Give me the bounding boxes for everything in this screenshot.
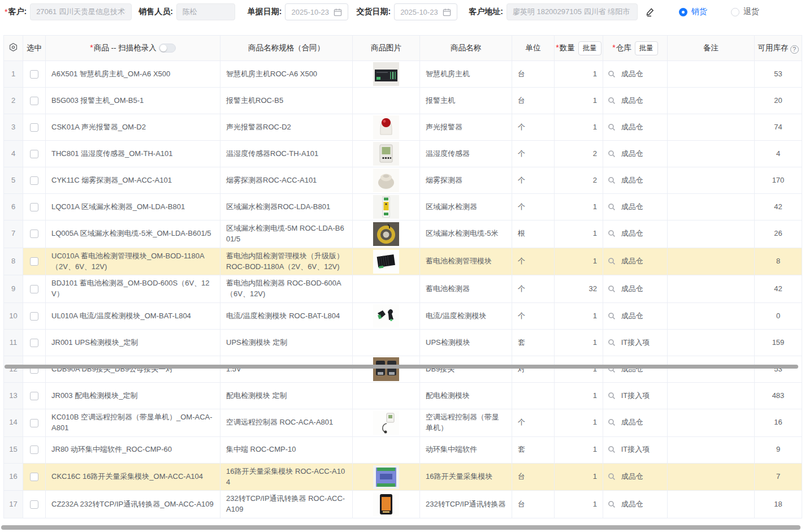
product-cell[interactable]: CSK01A 声光报警器_OM-D2 xyxy=(46,114,220,141)
search-icon[interactable] xyxy=(608,338,618,347)
row-checkbox[interactable] xyxy=(30,473,38,481)
spec-cell[interactable]: 空调远程控制器 ROC-ACA-A801 xyxy=(220,409,353,437)
quantity-cell[interactable]: 32 xyxy=(555,275,603,303)
search-icon[interactable] xyxy=(608,96,618,105)
product-image-module-black[interactable] xyxy=(373,250,399,274)
warehouse-cell[interactable]: 成品仓 xyxy=(603,409,668,437)
quantity-cell[interactable]: 2 xyxy=(555,167,603,194)
remark-cell[interactable] xyxy=(668,220,755,248)
product-cell[interactable]: JR001 UPS检测模块_定制 xyxy=(46,330,220,356)
product-cell[interactable]: UL010A 电流/温度检测模块_OM-BAT-L804 xyxy=(46,303,220,330)
qty-batch-button[interactable]: 批量 xyxy=(578,41,601,55)
remark-cell[interactable] xyxy=(668,194,755,220)
remark-cell[interactable] xyxy=(668,141,755,167)
spec-cell[interactable]: UPS检测模块 定制 xyxy=(220,330,353,356)
doc-date-input[interactable]: 2025-10-23 xyxy=(285,3,348,20)
warehouse-batch-button[interactable]: 批量 xyxy=(635,41,658,55)
remark-cell[interactable] xyxy=(668,356,755,383)
gear-icon[interactable] xyxy=(8,42,18,52)
quantity-cell[interactable]: 1 xyxy=(555,248,603,275)
quantity-cell[interactable]: 2 xyxy=(555,141,603,167)
product-cell[interactable]: CZ232A 232转TCP/IP通讯转换器_OM-ACC-A109 xyxy=(46,491,220,518)
row-checkbox[interactable] xyxy=(30,500,38,509)
product-image-cable-coil[interactable] xyxy=(373,222,399,246)
spec-cell[interactable]: 232转TCP/IP通讯转换器 ROC-ACC-A109 xyxy=(220,491,353,518)
search-icon[interactable] xyxy=(608,123,618,131)
quantity-cell[interactable]: 1 xyxy=(555,303,603,330)
spec-cell[interactable]: 报警主机ROC-B5 xyxy=(220,88,353,114)
row-checkbox[interactable] xyxy=(30,285,38,293)
remark-cell[interactable] xyxy=(668,330,755,356)
warehouse-cell[interactable]: 成品仓 xyxy=(603,220,668,248)
row-checkbox[interactable] xyxy=(30,339,38,347)
row-checkbox[interactable] xyxy=(30,419,38,427)
product-cell[interactable]: CYK11C 烟雾探测器_OM-ACC-A101 xyxy=(46,167,220,194)
spec-cell[interactable]: 智慧机房主机ROC-A6 X500 xyxy=(220,61,353,88)
search-icon[interactable] xyxy=(608,418,618,426)
product-cell[interactable]: CDB90A DB9接头_DB9公母接头一对 xyxy=(46,356,220,383)
quantity-cell[interactable]: 1 xyxy=(555,409,603,437)
quantity-cell[interactable]: 1 xyxy=(555,194,603,220)
spec-cell[interactable]: 1.5V xyxy=(220,356,353,383)
quantity-cell[interactable]: 1 xyxy=(555,356,603,383)
spec-cell[interactable]: 区域漏水检测器ROC-LDA-B801 xyxy=(220,194,353,220)
search-icon[interactable] xyxy=(608,312,618,320)
row-checkbox[interactable] xyxy=(30,312,38,321)
search-icon[interactable] xyxy=(608,70,618,78)
remark-cell[interactable] xyxy=(668,61,755,88)
quantity-cell[interactable]: 1 xyxy=(555,330,603,356)
mode-radio-sale[interactable]: 销货 xyxy=(679,7,707,17)
warehouse-cell[interactable]: 成品仓 xyxy=(603,248,668,275)
row-checkbox[interactable] xyxy=(30,203,38,211)
remark-cell[interactable] xyxy=(668,114,755,141)
warehouse-cell[interactable]: 成品仓 xyxy=(603,275,668,303)
search-icon[interactable] xyxy=(608,445,618,453)
product-image-orange-device[interactable] xyxy=(373,492,399,516)
spec-cell[interactable]: 集中端 ROC-CMP-10 xyxy=(220,436,353,463)
remark-cell[interactable] xyxy=(668,436,755,463)
product-image-strip-yellow[interactable] xyxy=(373,195,399,219)
quantity-cell[interactable]: 1 xyxy=(555,114,603,141)
spec-cell[interactable]: 配电检测模块 定制 xyxy=(220,383,353,409)
remark-cell[interactable] xyxy=(668,275,755,303)
quantity-cell[interactable]: 1 xyxy=(555,463,603,491)
search-icon[interactable] xyxy=(608,472,618,481)
row-checkbox[interactable] xyxy=(30,97,38,105)
search-icon[interactable] xyxy=(608,149,618,158)
address-input[interactable]: 廖英明 18200297105 四川省 绵阳市 三台县 鲁班镇鲁班中学 xyxy=(507,3,638,20)
spec-cell[interactable]: 区域漏水检测电缆-5M ROC-LDA-B601/5 xyxy=(220,220,353,248)
product-image-server-black[interactable] xyxy=(373,62,399,86)
quantity-cell[interactable]: 1 xyxy=(555,61,603,88)
row-checkbox[interactable] xyxy=(30,123,38,132)
product-cell[interactable]: CKC16C 16路开关量采集模块_OM-ACC-A104 xyxy=(46,463,220,491)
product-cell[interactable]: B5G003 报警主机_OM-B5-1 xyxy=(46,88,220,114)
remark-cell[interactable] xyxy=(668,248,755,275)
row-checkbox[interactable] xyxy=(30,392,38,400)
spec-cell[interactable]: 电流/温度检测模块 ROC-BAT-L804 xyxy=(220,303,353,330)
product-cell[interactable]: LQC01A 区域漏水检测器_OM-LDA-B801 xyxy=(46,194,220,220)
spec-cell[interactable]: 温湿度传感器ROC-TH-A101 xyxy=(220,141,353,167)
quantity-cell[interactable]: 1 xyxy=(555,383,603,409)
search-icon[interactable] xyxy=(608,257,618,265)
quantity-cell[interactable]: 1 xyxy=(555,220,603,248)
search-icon[interactable] xyxy=(608,202,618,211)
row-checkbox[interactable] xyxy=(30,257,38,266)
product-cell[interactable]: UC010A 蓄电池检测管理模块_OM-BOD-1180A（2V、6V、12V) xyxy=(46,248,220,275)
delivery-date-input[interactable]: 2025-10-23 xyxy=(394,3,457,20)
warehouse-cell[interactable]: IT接入项 xyxy=(603,383,668,409)
product-image-ac-ctrl[interactable] xyxy=(373,411,399,435)
spec-cell[interactable]: 16路开关量采集模块 ROC-ACC-A104 xyxy=(220,463,353,491)
product-cell[interactable]: BDJ101 蓄电池检测器_OM-BOD-600S（6V、12V） xyxy=(46,275,220,303)
warehouse-cell[interactable]: 成品仓 xyxy=(603,114,668,141)
product-image-sensor-lcd[interactable] xyxy=(373,142,399,166)
column-settings-header[interactable] xyxy=(4,36,23,61)
remark-cell[interactable] xyxy=(668,491,755,518)
row-checkbox[interactable] xyxy=(30,150,38,158)
product-image-siren-red[interactable] xyxy=(373,115,399,139)
salesperson-input[interactable]: 陈松 xyxy=(176,3,235,20)
spec-cell[interactable]: 蓄电池内阻检测器 ROC-BOD-600A（6V、12V) xyxy=(220,275,353,303)
search-icon[interactable] xyxy=(608,500,618,508)
horizontal-scrollbar-middle[interactable] xyxy=(5,365,798,369)
quantity-cell[interactable]: 1 xyxy=(555,491,603,518)
remark-cell[interactable] xyxy=(668,409,755,437)
